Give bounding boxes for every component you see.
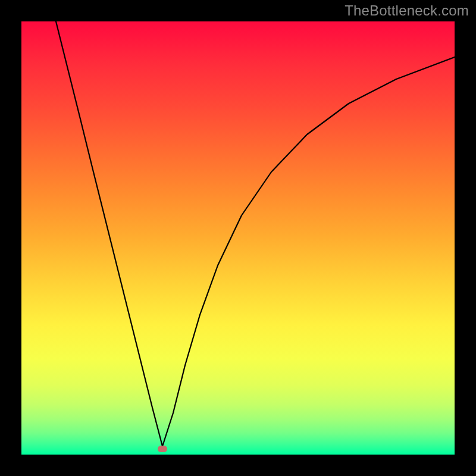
- minimum-marker: [158, 446, 167, 452]
- plot-area: [21, 21, 455, 455]
- chart-container: TheBottleneck.com: [0, 0, 476, 476]
- bottleneck-curve: [21, 21, 455, 455]
- watermark-text: TheBottleneck.com: [345, 2, 469, 19]
